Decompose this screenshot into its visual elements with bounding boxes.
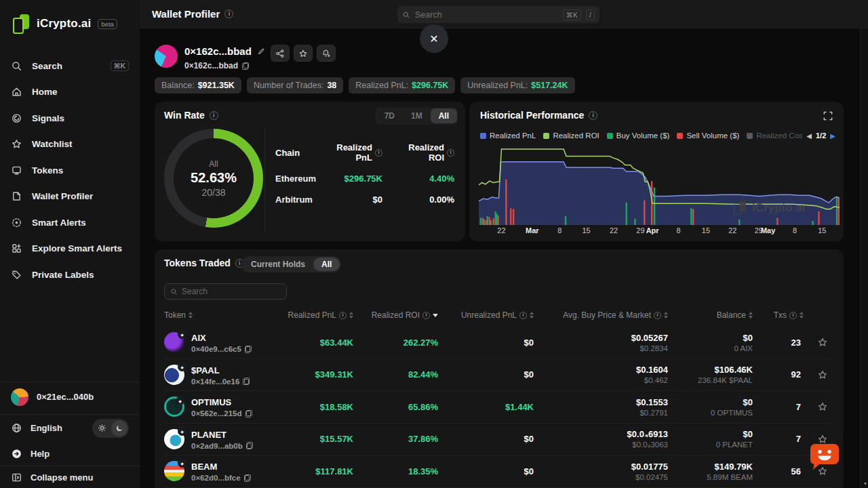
close-button[interactable]: ✕: [420, 24, 448, 53]
info-icon: i: [589, 111, 597, 120]
moon-icon: [115, 424, 124, 432]
col-realized-pnl[interactable]: Realized PnLi: [266, 310, 353, 320]
cmd-k-shortcut: ⌘K: [563, 9, 582, 20]
global-search-input[interactable]: [415, 10, 558, 20]
sidebar-item-home[interactable]: Home: [0, 79, 140, 106]
table-row-planet[interactable]: ◆ PLANET 0×2ad9...ab0b $15.57K 37.86% $0…: [164, 424, 834, 456]
prev-page-icon[interactable]: ◀: [806, 132, 812, 140]
txs-cell: 92: [753, 369, 810, 380]
tokens-search[interactable]: [164, 283, 287, 300]
table-row-beam[interactable]: ◆ BEAM 0×62d0...bfce $117.81K 18.35% $0 …: [164, 455, 834, 488]
favorite-star-icon[interactable]: [817, 337, 828, 348]
scrollbar[interactable]: [860, 28, 868, 488]
eth-badge-icon: ◆: [178, 427, 186, 436]
alert-bell-button[interactable]: [317, 45, 336, 62]
copy-icon[interactable]: [244, 474, 251, 482]
global-search[interactable]: ⌘K /: [397, 6, 599, 23]
win-rate-ratio: 20/38: [201, 187, 225, 198]
x-axis-label: 22: [610, 226, 618, 235]
realized-pnl-badge: Realized PnL:$296.75K: [349, 77, 455, 94]
sidebar-help-row[interactable]: Help: [0, 442, 140, 466]
copy-icon[interactable]: [242, 62, 249, 70]
avg-price-cell: $0.1553$0.2791: [534, 397, 668, 417]
token-icon: ◆: [164, 332, 184, 352]
balance-cell: $106.46K236.84K $PAAL: [668, 365, 753, 384]
share-button[interactable]: [271, 45, 290, 62]
x-axis-label: 8: [793, 226, 797, 235]
legend-swatch: [480, 133, 486, 139]
legend-item[interactable]: Realized PnL: [480, 131, 536, 140]
favorite-star-icon[interactable]: [817, 401, 828, 412]
x-axis-label: 15: [702, 226, 710, 235]
copy-icon[interactable]: [245, 346, 252, 353]
copy-icon[interactable]: [246, 442, 253, 449]
filter-all[interactable]: All: [313, 258, 340, 271]
tab-1m[interactable]: 1M: [403, 108, 431, 123]
x-axis-label: 22: [728, 226, 736, 235]
sidebar-item-tokens[interactable]: Tokens: [0, 157, 140, 184]
language-label[interactable]: English: [31, 423, 62, 433]
realized-pnl-cell: $349.31K: [266, 369, 353, 380]
unrealized-pnl-cell: $0: [438, 434, 534, 444]
tokens-traded-panel: Tokens Traded i Current Holds All Token …: [155, 249, 844, 488]
tab-all[interactable]: All: [431, 108, 457, 123]
search-shortcut: ⌘K: [111, 60, 129, 71]
wallet-address-row: 0×162c...bbad: [184, 61, 249, 70]
chat-widget-button[interactable]: [808, 442, 841, 472]
realized-roi-cell: 37.86%: [353, 434, 438, 444]
legend-item[interactable]: Sell Volume ($): [677, 131, 739, 140]
copy-icon[interactable]: [243, 378, 250, 385]
sidebar-item-watchlist[interactable]: Watchlist: [0, 131, 140, 158]
sidebar-item-wallet-profiler[interactable]: Wallet Profiler: [0, 184, 140, 210]
balance-cell: $00 OPTIMUS: [668, 397, 753, 417]
tokens-table: ◆ AIX 0×40e9...c6c5 $63.44K 262.27% $0 $…: [164, 327, 834, 488]
next-page-icon[interactable]: ▶: [830, 132, 835, 140]
table-row-aix[interactable]: ◆ AIX 0×40e9...c6c5 $63.44K 262.27% $0 $…: [164, 327, 834, 359]
realized-pnl-cell: $63.44K: [266, 338, 353, 348]
legend-item[interactable]: Realized ROI: [543, 131, 599, 140]
table-row-optimus[interactable]: ◆ OPTIMUS 0×562e...215d $18.58K 65.86% $…: [164, 391, 834, 424]
col-avg-buy-price[interactable]: Avg. Buy Price & Marketi: [534, 310, 668, 320]
share-icon: [275, 49, 285, 58]
sidebar-item-smart-alerts[interactable]: Smart Alerts: [0, 209, 140, 236]
copy-icon[interactable]: [245, 410, 252, 418]
sidebar-item-private-labels[interactable]: Private Labels: [0, 262, 140, 288]
avg-price-cell: $0.0₄6913$0.0₄3063: [534, 429, 668, 449]
col-realized-roi[interactable]: Realized ROIi: [353, 310, 438, 320]
dark-mode-button[interactable]: [111, 420, 127, 436]
sidebar-item-search[interactable]: Search ⌘K: [0, 53, 140, 79]
filter-current-holds[interactable]: Current Holds: [243, 258, 313, 271]
app-logo[interactable]: iCrypto.ai beta: [0, 0, 140, 34]
tokens-search-input[interactable]: [182, 287, 281, 296]
realized-pnl-col-header: Realized PnLi: [330, 142, 392, 163]
sidebar-language-row: English: [0, 414, 140, 441]
favorite-star-icon[interactable]: [817, 369, 828, 380]
beta-badge: beta: [98, 19, 117, 29]
col-token[interactable]: Token: [164, 310, 266, 320]
table-row-paal[interactable]: ◆ $PAAL 0×14fe...0e16 $349.31K 82.44% $0…: [164, 359, 834, 392]
token-address: 0×562e...215d: [191, 409, 242, 418]
realized-roi-cell: 262.27%: [353, 338, 438, 348]
x-axis-label: Apr: [646, 226, 659, 235]
sidebar-collapse-row[interactable]: Collapse menu: [0, 466, 140, 488]
scroll-down-icon[interactable]: ▾: [864, 481, 867, 487]
col-unrealized-pnl[interactable]: Unrealized PnLi: [438, 310, 534, 320]
col-txs[interactable]: Txsi: [753, 310, 810, 320]
light-mode-button[interactable]: [94, 420, 110, 436]
token-icon: ◆: [164, 461, 184, 481]
col-balance[interactable]: Balance: [668, 310, 753, 320]
sidebar-item-signals[interactable]: Signals: [0, 105, 140, 131]
sidebar-item-explore-smart-alerts[interactable]: Explore Smart Alerts: [0, 236, 140, 262]
info-icon: i: [654, 312, 661, 319]
avg-price-cell: $0.01775$0.02475: [534, 462, 668, 481]
edit-pencil-icon[interactable]: [257, 47, 266, 56]
fullscreen-icon[interactable]: [822, 110, 834, 122]
legend-item[interactable]: Buy Volume ($): [607, 131, 670, 140]
sidebar-wallet-chip[interactable]: 0×21ec...040b: [0, 382, 140, 411]
realized-pnl-cell: $15.57K: [266, 434, 353, 444]
favorite-button[interactable]: [294, 45, 313, 62]
sidebar: iCrypto.ai beta Search ⌘K Home Signals W…: [0, 0, 140, 488]
wallet-address: 0×162c...bbad: [184, 61, 238, 70]
tab-7d[interactable]: 7D: [376, 108, 403, 123]
win-rate-percent: 52.63%: [191, 170, 237, 186]
